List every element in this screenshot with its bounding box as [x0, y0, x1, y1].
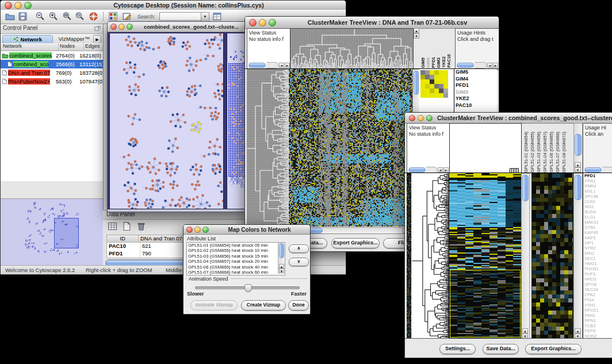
gene-label[interactable]: VIP1 [583, 240, 612, 246]
gene-label[interactable]: SEC1 [583, 256, 612, 261]
zoom-in-icon[interactable] [48, 12, 58, 21]
minimize-icon[interactable] [118, 24, 125, 30]
gene-label[interactable]: SEC24 [583, 287, 612, 292]
gene-label[interactable]: PFD1 [583, 173, 612, 178]
attribute-browser-icon[interactable] [212, 12, 222, 21]
scrollbar-thumb[interactable] [575, 175, 582, 200]
scroll-up-icon[interactable]: ▲ [522, 328, 528, 334]
scroll-down-icon[interactable]: ▼ [279, 269, 284, 273]
minimize-icon[interactable] [418, 115, 424, 121]
scroll-up-icon[interactable]: ▲ [279, 264, 284, 269]
export-graphics-button[interactable]: Export Graphics... [525, 344, 582, 354]
treeview2-global-overview[interactable] [407, 173, 411, 339]
treeview1-detail-heatmap[interactable] [420, 70, 448, 98]
network-row[interactable]: RNAPuberNov2+ 563(0) 107847(0) [1, 77, 103, 86]
gene-label[interactable]: GIM4 [454, 76, 497, 83]
treeview2-top-vscrollbar[interactable]: ▲ ▼ [573, 123, 583, 174]
column-label[interactable]: GPL51-02 (GSM855) [529, 132, 536, 173]
minimize-icon[interactable] [259, 19, 266, 26]
attribute-item[interactable]: GPL51-02 (GSM855) heat shock 10 min [187, 248, 285, 253]
scroll-up-icon[interactable]: ▲ [414, 28, 419, 33]
column-label[interactable]: GIM5 [420, 58, 426, 68]
gene-label[interactable]: GPI16 [583, 282, 612, 287]
attribute-item[interactable]: GPL51-06 (GSM865) heat shock 40 min [187, 265, 285, 270]
zoom-fit-icon[interactable] [62, 12, 72, 21]
gene-label[interactable]: RNR4 [583, 183, 612, 189]
scroll-up-icon[interactable]: ▲ [575, 162, 581, 167]
treeview1-row-dendrogram[interactable] [247, 69, 288, 227]
column-label[interactable]: GPL51-03 (GSM856) [536, 132, 542, 173]
gene-label[interactable]: PHO81 [583, 266, 612, 271]
annotation-icon[interactable] [122, 12, 132, 21]
zoom-window-icon[interactable] [269, 19, 276, 26]
help-icon[interactable] [89, 12, 98, 21]
slider-thumb[interactable] [244, 284, 252, 292]
attribute-item[interactable]: GPL51-07 (GSM868) heat shock 60 min [187, 270, 285, 275]
gene-label[interactable]: HRD3 [583, 277, 612, 282]
gene-label[interactable]: TCB3 [583, 323, 612, 328]
scroll-down-icon[interactable]: ▼ [414, 33, 419, 39]
scrollbar-thumb[interactable] [575, 134, 582, 156]
move-up-button[interactable]: ∧ [289, 244, 309, 253]
usage-hints-scrollbar[interactable]: ◄► [457, 62, 498, 68]
zoom-window-icon[interactable] [127, 24, 133, 30]
close-icon[interactable] [249, 19, 257, 26]
settings-button[interactable]: Settings... [439, 344, 476, 354]
network-canvas[interactable] [109, 33, 224, 209]
search-dropdown-button[interactable]: ▼ [201, 12, 209, 22]
column-label[interactable]: PFD1 [431, 57, 436, 68]
attribute-item[interactable]: GPL51-01 (GSM854) heat shock 05 min [187, 243, 285, 248]
column-label[interactable]: GPL51-04 (GSM857) [542, 132, 548, 173]
animation-slider[interactable] [195, 286, 300, 289]
column-label[interactable]: GPL51-01 (GSM854) [523, 132, 529, 173]
zoom-window-icon[interactable] [202, 227, 209, 233]
gene-label[interactable]: YKE2 [454, 95, 497, 102]
delete-attribute-icon[interactable] [136, 221, 146, 231]
column-label[interactable]: GPL51-06 (GSM865) [548, 132, 554, 173]
gene-label[interactable]: MSI1 [583, 251, 612, 256]
column-label[interactable]: GIM4 [426, 58, 431, 68]
table-grid-icon[interactable] [108, 221, 117, 231]
gene-label[interactable]: PAC10 [454, 102, 497, 109]
column-label[interactable]: GIM3 [436, 58, 441, 68]
tab-network[interactable]: Network [2, 35, 53, 44]
main-title-bar[interactable]: Cytoscape Desktop (Session Name: collins… [1, 1, 346, 10]
scroll-up-icon[interactable]: ▲ [575, 328, 581, 334]
gene-label[interactable]: PUF3 [583, 271, 612, 277]
create-vizmap-button[interactable]: Create Vizmap [241, 300, 286, 311]
tab-vizmapper[interactable]: VizMapper™ [53, 35, 95, 43]
gene-label[interactable]: CPA2 [583, 292, 612, 297]
birds-eye-canvas[interactable] [1, 199, 102, 265]
zoom-out-icon[interactable] [35, 12, 45, 21]
treeview2-vscrollbar[interactable]: ▲ ▼ [521, 173, 530, 340]
gene-label[interactable]: HAP3 [583, 235, 612, 240]
birds-eye-view[interactable] [1, 198, 103, 266]
treeview1-column-dendrogram[interactable] [290, 28, 414, 69]
gene-label[interactable]: YSH1 [583, 302, 612, 308]
export-graphics-button[interactable]: Export Graphics... [331, 238, 380, 248]
gene-label[interactable]: MAK31 [583, 220, 612, 225]
treeview2-title-bar[interactable]: ClusterMaker TreeView : combined_scores_… [405, 113, 612, 124]
minimize-icon[interactable] [14, 2, 22, 9]
gene-label[interactable]: PEP5 [583, 328, 612, 334]
scrollbar-thumb[interactable] [414, 71, 419, 95]
tabs-more-arrow[interactable]: ▶ [93, 35, 101, 44]
gene-label[interactable]: HMG1 [583, 261, 612, 266]
gene-label[interactable]: ELG1 [583, 214, 612, 220]
scroll-down-icon[interactable]: ▼ [575, 167, 581, 173]
scrollbar-thumb[interactable] [522, 175, 529, 201]
network-bottom-strip[interactable] [108, 209, 250, 212]
new-attribute-icon[interactable] [122, 221, 132, 231]
vizmapper-icon[interactable] [108, 12, 118, 21]
gene-label[interactable]: BUD4 [583, 209, 612, 214]
gene-label[interactable]: GTB1 [583, 225, 612, 230]
treeview1-title-bar[interactable]: ClusterMaker TreeView : DNA and Tran 07-… [245, 17, 499, 29]
minimize-icon[interactable] [194, 227, 201, 233]
network-row[interactable]: combined_scores 2764(0) 16218(0) [1, 51, 103, 60]
gene-label[interactable]: GIM3 [454, 89, 497, 96]
zoom-selected-icon[interactable] [75, 12, 85, 21]
treeview2-right-vscrollbar[interactable]: ▲ ▼ [573, 173, 583, 340]
column-label[interactable]: PAC10 [446, 54, 450, 68]
column-label[interactable]: GPL51-08 (GSM872) [561, 132, 567, 173]
gene-label[interactable]: GIM5 [454, 69, 497, 76]
